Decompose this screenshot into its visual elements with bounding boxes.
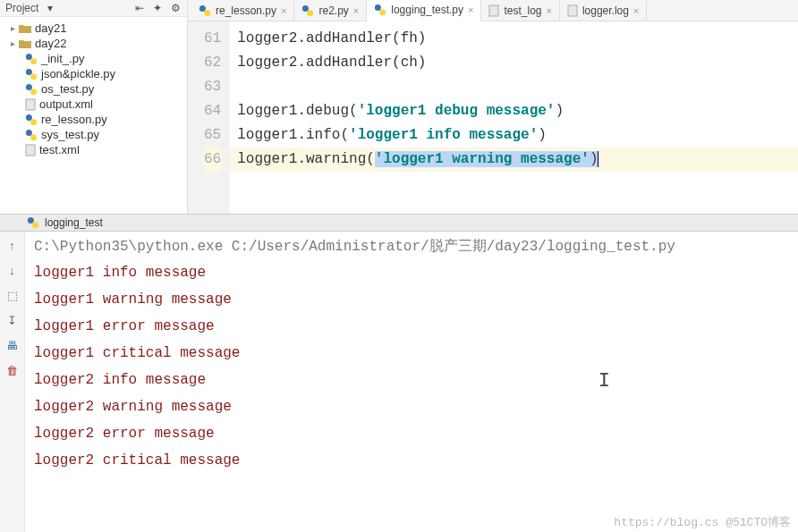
svg-rect-11	[26, 145, 35, 156]
console-toolbar: ↑ ↓ ⬚ ↧ 🖶 🗑	[0, 232, 25, 532]
svg-point-5	[30, 89, 37, 95]
console-line: logger2 error message	[34, 420, 789, 447]
watermark: https://blog.cs @51CTO博客	[614, 514, 791, 530]
svg-point-2	[26, 68, 32, 74]
tree-item-label: test.xml	[39, 143, 80, 156]
editor-tab[interactable]: logging_test.py×	[367, 0, 481, 21]
tab-label: re_lesson.py	[216, 4, 276, 17]
tab-label: logging_test.py	[391, 4, 463, 16]
close-icon[interactable]: ×	[633, 5, 639, 16]
svg-point-7	[26, 114, 32, 120]
text-cursor-icon: I	[598, 370, 610, 393]
svg-point-3	[30, 73, 37, 80]
collapse-icon[interactable]: ⇤	[133, 2, 146, 14]
tree-item[interactable]: output.xml	[7, 97, 187, 112]
svg-point-21	[32, 222, 38, 228]
svg-point-8	[30, 119, 37, 125]
svg-point-14	[302, 4, 309, 11]
run-tab-label: logging_test	[45, 216, 103, 229]
close-icon[interactable]: ×	[546, 5, 551, 16]
tree-item-label: day22	[35, 37, 66, 50]
code-line[interactable]: logger1.debug('logger1 debug message')	[230, 99, 798, 123]
console-line: logger2 warning message	[34, 393, 789, 420]
svg-point-17	[379, 9, 386, 15]
project-sidebar: Project ▾ ⇤ ✦ ⚙ ▸day21▸day22_init_.pyjso…	[0, 0, 188, 214]
line-number: 64	[204, 99, 221, 123]
project-header[interactable]: Project ▾ ⇤ ✦ ⚙	[0, 0, 187, 17]
python-icon	[27, 216, 39, 229]
svg-point-10	[30, 134, 37, 140]
svg-point-0	[26, 53, 32, 59]
gear-icon[interactable]: ⚙	[169, 2, 182, 14]
code-line[interactable]: logger2.addHandler(fh)	[230, 27, 798, 51]
tree-item-label: output.xml	[39, 97, 93, 111]
scroll-to-end-icon[interactable]: ↧	[4, 312, 21, 328]
tab-label: test_log	[504, 4, 541, 17]
tree-item[interactable]: ▸day21	[7, 21, 187, 36]
line-number: 62	[204, 51, 221, 75]
console-line: logger2 critical message	[34, 447, 789, 474]
print-icon[interactable]: 🖶	[4, 337, 21, 353]
run-tab[interactable]: logging_test	[0, 215, 798, 232]
line-number: 61	[204, 27, 221, 51]
editor-tabs: re_lesson.py×re2.py×logging_test.py×test…	[188, 0, 798, 21]
project-tree: ▸day21▸day22_init_.pyjson&pickle.pyos_te…	[0, 17, 187, 214]
trash-icon[interactable]: 🗑	[4, 362, 21, 378]
tree-item[interactable]: _init_.py	[7, 51, 187, 66]
svg-point-9	[26, 129, 32, 135]
console-panel: ↑ ↓ ⬚ ↧ 🖶 🗑 C:\Python35\python.exe C:/Us…	[0, 232, 798, 532]
line-number: 63	[204, 75, 221, 99]
close-icon[interactable]: ×	[468, 4, 473, 15]
editor-tab[interactable]: re_lesson.py×	[191, 1, 294, 21]
code-body[interactable]: logger2.addHandler(fh)logger2.addHandler…	[230, 21, 798, 214]
console-line: logger1 error message	[34, 313, 789, 340]
project-label: Project	[5, 2, 38, 14]
tab-label: logger.log	[582, 4, 629, 17]
rerun-icon[interactable]: ↑	[4, 237, 21, 253]
code-line[interactable]: logger1.warning('logger1 warning message…	[230, 148, 798, 172]
editor-tab[interactable]: logger.log×	[560, 1, 647, 21]
settings-icon[interactable]: ✦	[151, 2, 164, 14]
editor-area: re_lesson.py×re2.py×logging_test.py×test…	[188, 0, 798, 214]
svg-rect-19	[568, 5, 577, 16]
toggle-soft-wrap-icon[interactable]: ⬚	[4, 287, 21, 303]
svg-point-1	[30, 58, 37, 64]
console-line: logger1 critical message	[34, 340, 789, 367]
tree-item[interactable]: test.xml	[7, 142, 187, 157]
svg-rect-18	[489, 5, 498, 16]
console-lines: logger1 info messagelogger1 warning mess…	[34, 259, 789, 474]
code-editor[interactable]: 616263646566 logger2.addHandler(fh)logge…	[188, 21, 798, 214]
tree-item[interactable]: os_test.py	[7, 81, 187, 97]
tree-item-label: re_lesson.py	[41, 113, 107, 126]
tree-item[interactable]: sys_test.py	[7, 127, 187, 142]
svg-point-15	[308, 10, 314, 16]
svg-point-20	[28, 217, 34, 224]
code-line[interactable]: logger2.addHandler(ch)	[230, 51, 798, 75]
svg-point-16	[375, 4, 381, 11]
tree-item-label: day21	[35, 21, 66, 35]
close-icon[interactable]: ×	[281, 5, 286, 16]
code-line[interactable]: logger1.info('logger1 info message')	[230, 123, 798, 148]
line-number: 65	[204, 123, 221, 148]
svg-rect-6	[26, 99, 35, 110]
tree-item[interactable]: ▸day22	[7, 36, 187, 51]
tab-label: re2.py	[318, 4, 348, 17]
editor-tab[interactable]: test_log×	[481, 1, 559, 21]
console-line: logger1 info message	[34, 259, 789, 286]
console-command: C:\Python35\python.exe C:/Users/Administ…	[34, 237, 789, 256]
dropdown-icon[interactable]: ▾	[44, 2, 56, 14]
console-output[interactable]: C:\Python35\python.exe C:/Users/Administ…	[25, 232, 798, 532]
editor-tab[interactable]: re2.py×	[294, 1, 367, 21]
code-line[interactable]	[230, 75, 798, 99]
tree-item-label: json&pickle.py	[41, 67, 115, 80]
tree-item-label: sys_test.py	[41, 128, 99, 141]
tree-item[interactable]: json&pickle.py	[7, 66, 187, 81]
close-icon[interactable]: ×	[353, 5, 359, 16]
svg-point-12	[200, 4, 206, 11]
line-gutter: 616263646566	[188, 21, 230, 214]
console-line: logger2 info message	[34, 367, 789, 393]
down-icon[interactable]: ↓	[4, 262, 21, 278]
svg-point-13	[204, 10, 210, 16]
tree-item-label: os_test.py	[41, 82, 94, 96]
tree-item[interactable]: re_lesson.py	[7, 112, 187, 127]
